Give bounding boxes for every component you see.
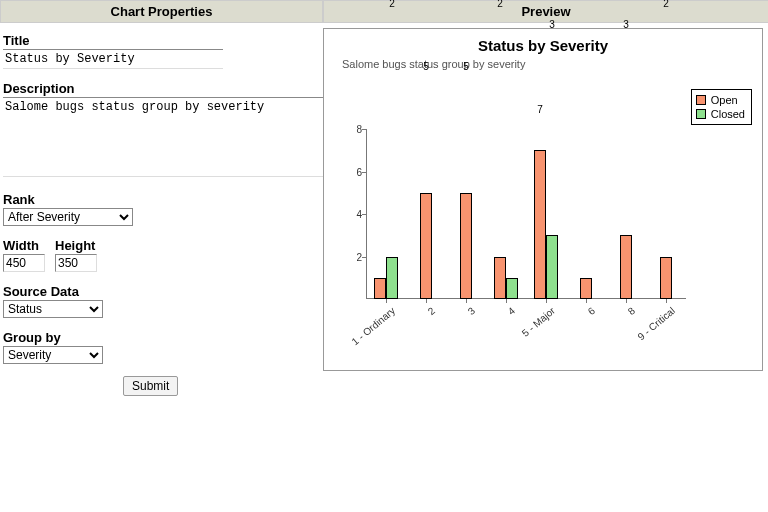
bar-open <box>374 278 386 299</box>
x-tick-label: 2 <box>426 305 437 317</box>
chart-legend: Open Closed <box>691 89 752 125</box>
legend-swatch-open <box>696 95 706 105</box>
y-tick <box>362 257 366 258</box>
legend-item-closed: Closed <box>696 107 745 121</box>
y-tick-label: 6 <box>346 166 362 177</box>
submit-button[interactable]: Submit <box>123 376 178 396</box>
bar-closed <box>386 257 398 300</box>
description-textarea[interactable] <box>3 97 323 177</box>
y-tick-label: 4 <box>346 209 362 220</box>
x-tick <box>546 299 547 303</box>
y-tick <box>362 129 366 130</box>
bar-value-label: 2 <box>659 0 673 127</box>
x-tick-label: 1 - Ordinary <box>350 305 398 347</box>
bar-open <box>660 257 672 300</box>
bar-open <box>460 193 472 299</box>
height-label: Height <box>55 238 97 253</box>
x-tick <box>386 299 387 303</box>
bar-closed <box>506 278 518 299</box>
bar-open <box>580 278 592 299</box>
bar-value-label: 1 <box>505 0 519 127</box>
bar-value-label: 5 <box>459 61 473 127</box>
rank-label: Rank <box>3 192 320 207</box>
chart-plot-area: 24681 - Ordinary1225354215 - Major736183… <box>366 129 686 299</box>
title-label: Title <box>3 33 320 48</box>
bar-open <box>420 193 432 299</box>
bar-open <box>534 150 546 299</box>
x-tick-label: 6 <box>586 305 597 317</box>
x-tick <box>626 299 627 303</box>
chart-preview: Status by Severity Salome bugs status gr… <box>323 28 763 371</box>
y-tick-label: 2 <box>346 251 362 262</box>
x-tick-label: 8 <box>626 305 637 317</box>
description-label: Description <box>3 81 320 96</box>
x-tick <box>506 299 507 303</box>
legend-item-open: Open <box>696 93 745 107</box>
bar-open <box>494 257 506 300</box>
width-label: Width <box>3 238 45 253</box>
x-tick-label: 5 - Major <box>520 305 557 339</box>
chart-properties-header: Chart Properties <box>0 0 323 23</box>
y-tick <box>362 214 366 215</box>
source-data-select[interactable]: Status <box>3 300 103 318</box>
x-axis <box>366 298 686 299</box>
bar-value-label: 1 <box>579 0 593 127</box>
bar-value-label: 3 <box>545 19 559 127</box>
legend-label-open: Open <box>711 93 738 107</box>
x-tick-label: 4 <box>506 305 517 317</box>
x-tick <box>586 299 587 303</box>
title-input[interactable] <box>3 49 223 69</box>
bar-value-label: 5 <box>419 61 433 127</box>
x-tick <box>426 299 427 303</box>
y-tick-label: 8 <box>346 124 362 135</box>
legend-swatch-closed <box>696 109 706 119</box>
y-tick <box>362 172 366 173</box>
x-tick <box>466 299 467 303</box>
chart-properties-panel: Title Description Rank After Severity Wi… <box>0 23 323 396</box>
x-tick-label: 3 <box>466 305 477 317</box>
bar-open <box>620 235 632 299</box>
bar-closed <box>546 235 558 299</box>
height-input[interactable] <box>55 254 97 272</box>
group-by-select[interactable]: Severity <box>3 346 103 364</box>
width-input[interactable] <box>3 254 45 272</box>
group-by-label: Group by <box>3 330 320 345</box>
bar-value-label: 3 <box>619 19 633 127</box>
x-tick <box>666 299 667 303</box>
source-data-label: Source Data <box>3 284 320 299</box>
x-tick-label: 9 - Critical <box>636 305 678 342</box>
y-axis <box>366 129 367 299</box>
rank-select[interactable]: After Severity <box>3 208 133 226</box>
legend-label-closed: Closed <box>711 107 745 121</box>
bar-value-label: 2 <box>385 0 399 127</box>
